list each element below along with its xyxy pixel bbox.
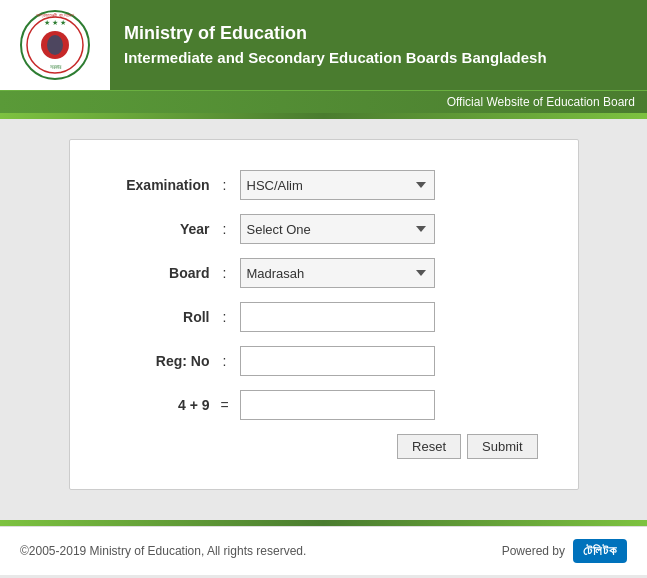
roll-row: Roll : — [110, 302, 538, 332]
captcha-input[interactable] — [240, 390, 435, 420]
reset-button[interactable]: Reset — [397, 434, 461, 459]
board-row: Board : Madrasah Dhaka Rajshahi Chittago… — [110, 258, 538, 288]
header: ★ ★ ★ সরকার গণপ্রজাতন্ত্রী বাংলাদেশ Mini… — [0, 0, 647, 90]
board-subtitle: Intermediate and Secondary Education Boa… — [124, 48, 633, 68]
year-colon: : — [210, 221, 240, 237]
powered-by-label: Powered by — [502, 544, 565, 558]
svg-text:সরকার: সরকার — [50, 64, 62, 70]
captcha-row: 4 + 9 = — [110, 390, 538, 420]
svg-point-3 — [47, 35, 63, 55]
copyright-text: ©2005-2019 Ministry of Education, All ri… — [20, 544, 306, 558]
svg-text:গণপ্রজাতন্ত্রী বাংলাদেশ: গণপ্রজাতন্ত্রী বাংলাদেশ — [36, 12, 73, 19]
ministry-title: Ministry of Education — [124, 23, 633, 44]
board-colon: : — [210, 265, 240, 281]
roll-control — [240, 302, 538, 332]
examination-select[interactable]: HSC/Alim SSC/Dakhil JSC/JDC — [240, 170, 435, 200]
reg-control — [240, 346, 538, 376]
reg-input[interactable] — [240, 346, 435, 376]
examination-colon: : — [210, 177, 240, 193]
examination-control: HSC/Alim SSC/Dakhil JSC/JDC — [240, 170, 538, 200]
year-select[interactable]: Select One 2019 2018 2017 2016 — [240, 214, 435, 244]
year-control: Select One 2019 2018 2017 2016 — [240, 214, 538, 244]
main-content: Examination : HSC/Alim SSC/Dakhil JSC/JD… — [0, 119, 647, 500]
logo-container: ★ ★ ★ সরকার গণপ্রজাতন্ত্রী বাংলাদেশ — [0, 0, 110, 90]
official-text: Official Website of Education Board — [447, 95, 635, 109]
header-text-block: Ministry of Education Intermediate and S… — [110, 0, 647, 90]
submit-button[interactable]: Submit — [467, 434, 537, 459]
reg-colon: : — [210, 353, 240, 369]
official-banner: Official Website of Education Board — [0, 90, 647, 113]
captcha-label: 4 + 9 — [110, 397, 210, 413]
reg-row: Reg: No : — [110, 346, 538, 376]
footer: ©2005-2019 Ministry of Education, All ri… — [0, 526, 647, 575]
examination-label: Examination — [110, 177, 210, 193]
captcha-control — [240, 390, 538, 420]
reg-label: Reg: No — [110, 353, 210, 369]
year-row: Year : Select One 2019 2018 2017 2016 — [110, 214, 538, 244]
roll-input[interactable] — [240, 302, 435, 332]
form-container: Examination : HSC/Alim SSC/Dakhil JSC/JD… — [69, 139, 579, 490]
roll-colon: : — [210, 309, 240, 325]
roll-label: Roll — [110, 309, 210, 325]
board-select[interactable]: Madrasah Dhaka Rajshahi Chittagong Comil… — [240, 258, 435, 288]
captcha-equals: = — [210, 397, 240, 413]
teletalk-logo: টেলিটক — [573, 539, 627, 563]
svg-text:★ ★ ★: ★ ★ ★ — [44, 19, 66, 26]
board-label: Board — [110, 265, 210, 281]
powered-by-section: Powered by টেলিটক — [502, 539, 627, 563]
button-row: Reset Submit — [110, 434, 538, 459]
year-label: Year — [110, 221, 210, 237]
logo-icon: ★ ★ ★ সরকার গণপ্রজাতন্ত্রী বাংলাদেশ — [19, 9, 91, 81]
board-control: Madrasah Dhaka Rajshahi Chittagong Comil… — [240, 258, 538, 288]
examination-row: Examination : HSC/Alim SSC/Dakhil JSC/JD… — [110, 170, 538, 200]
